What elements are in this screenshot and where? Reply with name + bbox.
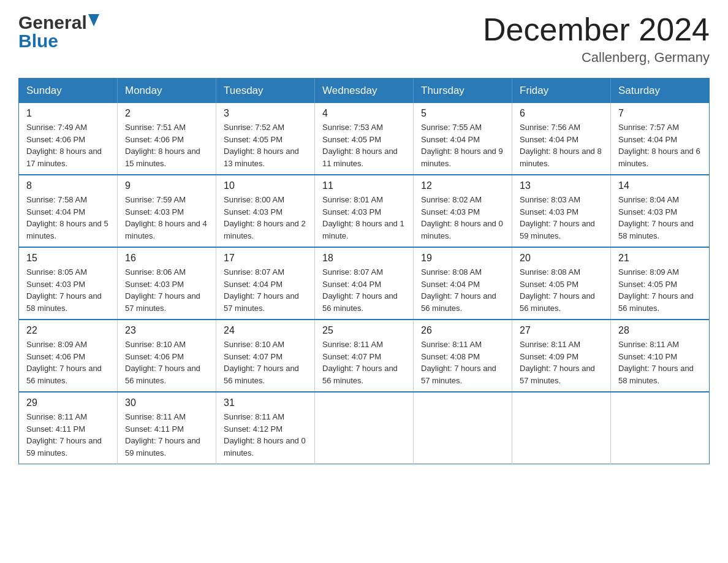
- day-number: 21: [618, 253, 702, 264]
- table-row: 29 Sunrise: 8:11 AM Sunset: 4:11 PM Dayl…: [19, 392, 118, 464]
- day-info: Sunrise: 8:06 AM Sunset: 4:03 PM Dayligh…: [125, 266, 208, 314]
- table-row: 2 Sunrise: 7:51 AM Sunset: 4:06 PM Dayli…: [118, 103, 216, 175]
- day-info: Sunrise: 8:09 AM Sunset: 4:05 PM Dayligh…: [618, 266, 702, 314]
- day-number: 20: [520, 253, 603, 264]
- day-info: Sunrise: 8:05 AM Sunset: 4:03 PM Dayligh…: [26, 266, 110, 314]
- table-row: 28 Sunrise: 8:11 AM Sunset: 4:10 PM Dayl…: [611, 320, 710, 392]
- day-info: Sunrise: 8:00 AM Sunset: 4:03 PM Dayligh…: [224, 194, 307, 242]
- table-row: 7 Sunrise: 7:57 AM Sunset: 4:04 PM Dayli…: [611, 103, 710, 175]
- day-number: 6: [520, 108, 603, 119]
- col-monday: Monday: [118, 79, 216, 104]
- table-row: 19 Sunrise: 8:08 AM Sunset: 4:04 PM Dayl…: [414, 247, 512, 320]
- page-header: General Blue December 2024 Callenberg, G…: [18, 12, 710, 66]
- day-info: Sunrise: 7:57 AM Sunset: 4:04 PM Dayligh…: [618, 121, 702, 169]
- day-number: 10: [224, 180, 307, 191]
- day-info: Sunrise: 8:07 AM Sunset: 4:04 PM Dayligh…: [322, 266, 406, 314]
- day-number: 18: [322, 253, 406, 264]
- day-number: 27: [520, 325, 603, 336]
- day-info: Sunrise: 8:08 AM Sunset: 4:04 PM Dayligh…: [421, 266, 504, 314]
- logo-general-text: General: [18, 12, 87, 33]
- calendar-week-row: 15 Sunrise: 8:05 AM Sunset: 4:03 PM Dayl…: [19, 247, 710, 320]
- day-number: 2: [125, 108, 208, 119]
- day-number: 13: [520, 180, 603, 191]
- day-info: Sunrise: 8:09 AM Sunset: 4:06 PM Dayligh…: [26, 339, 110, 386]
- table-row: 24 Sunrise: 8:10 AM Sunset: 4:07 PM Dayl…: [216, 320, 315, 392]
- table-row: 17 Sunrise: 8:07 AM Sunset: 4:04 PM Dayl…: [216, 247, 315, 320]
- day-number: 9: [125, 180, 208, 191]
- table-row: 9 Sunrise: 7:59 AM Sunset: 4:03 PM Dayli…: [118, 175, 216, 247]
- table-row: [414, 392, 512, 464]
- day-info: Sunrise: 8:10 AM Sunset: 4:06 PM Dayligh…: [125, 339, 208, 386]
- day-number: 16: [125, 253, 208, 264]
- day-info: Sunrise: 8:04 AM Sunset: 4:03 PM Dayligh…: [618, 194, 702, 242]
- table-row: 11 Sunrise: 8:01 AM Sunset: 4:03 PM Dayl…: [315, 175, 414, 247]
- day-number: 24: [224, 325, 307, 336]
- table-row: [512, 392, 611, 464]
- day-number: 28: [618, 325, 702, 336]
- day-number: 31: [224, 397, 307, 408]
- table-row: [315, 392, 414, 464]
- day-info: Sunrise: 7:52 AM Sunset: 4:05 PM Dayligh…: [224, 121, 307, 169]
- table-row: 31 Sunrise: 8:11 AM Sunset: 4:12 PM Dayl…: [216, 392, 315, 464]
- table-row: 16 Sunrise: 8:06 AM Sunset: 4:03 PM Dayl…: [118, 247, 216, 320]
- day-info: Sunrise: 8:11 AM Sunset: 4:11 PM Dayligh…: [26, 411, 110, 459]
- day-number: 5: [421, 108, 504, 119]
- day-info: Sunrise: 8:11 AM Sunset: 4:12 PM Dayligh…: [224, 411, 307, 459]
- table-row: 30 Sunrise: 8:11 AM Sunset: 4:11 PM Dayl…: [118, 392, 216, 464]
- table-row: 4 Sunrise: 7:53 AM Sunset: 4:05 PM Dayli…: [315, 103, 414, 175]
- table-row: 21 Sunrise: 8:09 AM Sunset: 4:05 PM Dayl…: [611, 247, 710, 320]
- day-info: Sunrise: 7:49 AM Sunset: 4:06 PM Dayligh…: [26, 121, 110, 169]
- calendar-week-row: 22 Sunrise: 8:09 AM Sunset: 4:06 PM Dayl…: [19, 320, 710, 392]
- calendar-week-row: 8 Sunrise: 7:58 AM Sunset: 4:04 PM Dayli…: [19, 175, 710, 247]
- svg-marker-0: [88, 14, 99, 26]
- table-row: 26 Sunrise: 8:11 AM Sunset: 4:08 PM Dayl…: [414, 320, 512, 392]
- table-row: 15 Sunrise: 8:05 AM Sunset: 4:03 PM Dayl…: [19, 247, 118, 320]
- calendar-week-row: 1 Sunrise: 7:49 AM Sunset: 4:06 PM Dayli…: [19, 103, 710, 175]
- day-number: 15: [26, 253, 110, 264]
- day-number: 26: [421, 325, 504, 336]
- day-number: 29: [26, 397, 110, 408]
- day-info: Sunrise: 7:58 AM Sunset: 4:04 PM Dayligh…: [26, 194, 110, 242]
- day-info: Sunrise: 8:10 AM Sunset: 4:07 PM Dayligh…: [224, 339, 307, 386]
- day-number: 19: [421, 253, 504, 264]
- day-number: 23: [125, 325, 208, 336]
- day-info: Sunrise: 8:07 AM Sunset: 4:04 PM Dayligh…: [224, 266, 307, 314]
- col-tuesday: Tuesday: [216, 79, 315, 104]
- table-row: 12 Sunrise: 8:02 AM Sunset: 4:03 PM Dayl…: [414, 175, 512, 247]
- table-row: 5 Sunrise: 7:55 AM Sunset: 4:04 PM Dayli…: [414, 103, 512, 175]
- table-row: 25 Sunrise: 8:11 AM Sunset: 4:07 PM Dayl…: [315, 320, 414, 392]
- col-sunday: Sunday: [19, 79, 118, 104]
- col-friday: Friday: [512, 79, 611, 104]
- day-info: Sunrise: 8:11 AM Sunset: 4:11 PM Dayligh…: [125, 411, 208, 459]
- table-row: 14 Sunrise: 8:04 AM Sunset: 4:03 PM Dayl…: [611, 175, 710, 247]
- logo-blue-text: Blue: [18, 31, 99, 52]
- day-info: Sunrise: 7:51 AM Sunset: 4:06 PM Dayligh…: [125, 121, 208, 169]
- table-row: 10 Sunrise: 8:00 AM Sunset: 4:03 PM Dayl…: [216, 175, 315, 247]
- calendar-week-row: 29 Sunrise: 8:11 AM Sunset: 4:11 PM Dayl…: [19, 392, 710, 464]
- day-number: 17: [224, 253, 307, 264]
- day-info: Sunrise: 8:02 AM Sunset: 4:03 PM Dayligh…: [421, 194, 504, 242]
- location: Callenberg, Germany: [483, 50, 710, 66]
- day-number: 12: [421, 180, 504, 191]
- day-info: Sunrise: 8:03 AM Sunset: 4:03 PM Dayligh…: [520, 194, 603, 242]
- day-info: Sunrise: 7:55 AM Sunset: 4:04 PM Dayligh…: [421, 121, 504, 169]
- day-info: Sunrise: 7:53 AM Sunset: 4:05 PM Dayligh…: [322, 121, 406, 169]
- table-row: 8 Sunrise: 7:58 AM Sunset: 4:04 PM Dayli…: [19, 175, 118, 247]
- day-number: 22: [26, 325, 110, 336]
- table-row: [611, 392, 710, 464]
- day-number: 8: [26, 180, 110, 191]
- calendar-header-row: Sunday Monday Tuesday Wednesday Thursday…: [19, 79, 710, 104]
- col-wednesday: Wednesday: [315, 79, 414, 104]
- table-row: 13 Sunrise: 8:03 AM Sunset: 4:03 PM Dayl…: [512, 175, 611, 247]
- day-info: Sunrise: 7:59 AM Sunset: 4:03 PM Dayligh…: [125, 194, 208, 242]
- day-number: 1: [26, 108, 110, 119]
- day-number: 25: [322, 325, 406, 336]
- table-row: 18 Sunrise: 8:07 AM Sunset: 4:04 PM Dayl…: [315, 247, 414, 320]
- logo: General Blue: [18, 12, 99, 52]
- day-info: Sunrise: 8:08 AM Sunset: 4:05 PM Dayligh…: [520, 266, 603, 314]
- title-block: December 2024 Callenberg, Germany: [483, 12, 710, 66]
- day-number: 30: [125, 397, 208, 408]
- day-number: 11: [322, 180, 406, 191]
- day-info: Sunrise: 8:11 AM Sunset: 4:09 PM Dayligh…: [520, 339, 603, 386]
- col-saturday: Saturday: [611, 79, 710, 104]
